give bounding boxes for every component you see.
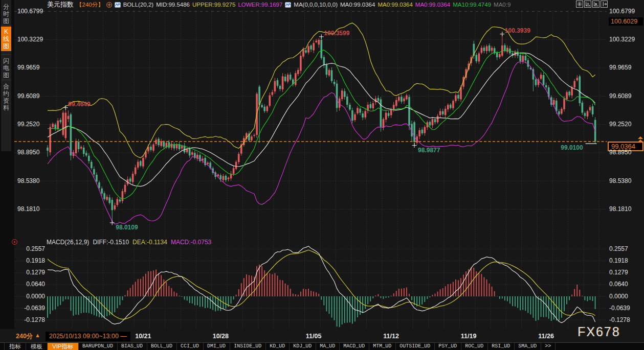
- macd-axis-label-left: -0.1278: [10, 317, 45, 323]
- session-high-price-box: 100.6029: [609, 17, 643, 26]
- last-low-annotation: 99.0100: [544, 145, 583, 151]
- main-axis-label-left: 99.2520: [17, 121, 39, 128]
- exit-chart-button[interactable]: [601, 1, 608, 8]
- ma0-value-1: MA0:99.0364: [340, 2, 375, 8]
- ma-label: MA(0,0,0,10,0,0): [294, 2, 338, 8]
- boll-mid-value: MID:99.5486: [156, 2, 190, 8]
- macd-macd-value: MACD:-0.0753: [171, 239, 211, 246]
- indicator-tab[interactable]: RSI_UD: [488, 343, 515, 350]
- indicator-tab[interactable]: DMI_UD: [204, 343, 230, 350]
- sidebar-tab-2[interactable]: K线图: [1, 27, 11, 51]
- date-label: 10/21: [135, 333, 151, 340]
- main-axis-label-right: 98.8950: [609, 149, 631, 156]
- chart-type-sidebar: 分时图K线图闪电图合约资料: [0, 0, 14, 329]
- macd-title: MACD(26,12,9): [47, 239, 89, 246]
- main-axis-label-right: 98.5380: [609, 178, 631, 184]
- indicator-tab[interactable]: VIP指标: [48, 343, 79, 350]
- ma0-value-4: MA0:9: [494, 2, 510, 8]
- macd-header: MACD(26,12,9) DIFF:-0.1510 DEA:-0.1134 M…: [47, 239, 211, 246]
- ma0-value-3: MA0:99.0364: [415, 2, 450, 8]
- indicator-tab[interactable]: INSIDE_UD: [230, 343, 266, 350]
- pan-tool-button[interactable]: [576, 1, 583, 8]
- boll-indicator-icon[interactable]: [115, 2, 121, 8]
- indicator-tab[interactable]: MTM_UD: [369, 343, 396, 350]
- main-axis-label-right: 99.2520: [609, 121, 631, 128]
- macd-axis-label-left: 0.1279: [10, 269, 45, 276]
- macd-diff-value: DIFF:-0.1510: [93, 239, 129, 246]
- macd-axis-label-left: 0.1918: [10, 258, 45, 264]
- macd-axis-label-left: 0.0000: [10, 293, 45, 300]
- scroll-up-arrows-icon[interactable]: [638, 136, 643, 143]
- macd-axis-label-left: -0.0639: [10, 305, 45, 312]
- macd-pane: [48, 246, 595, 328]
- macd-axis-label-left: 0.2557: [10, 246, 45, 252]
- indicator-tab[interactable]: ROC_UD: [461, 343, 488, 350]
- indicator-tab[interactable]: KD_UD: [266, 343, 290, 350]
- ma10-value: MA10:99.4749: [453, 2, 491, 8]
- indicator-tab[interactable]: KDJ_UD: [290, 343, 316, 350]
- first-bar-datetime-box: 2025/10/13 09:00~13:00 —: [46, 332, 130, 341]
- sidebar-tab-4[interactable]: 合约资料: [1, 81, 11, 113]
- indicator-tab[interactable]: 模板: [26, 343, 48, 350]
- indicator-header: 美元指数 【240分】 BOLL(20,2) MID:99.5486 UPPER…: [47, 1, 510, 9]
- indicator-tab[interactable]: OUTSIDE_UD: [396, 343, 435, 350]
- indicator-tab[interactable]: 指标: [4, 343, 26, 350]
- sidebar-tab-1[interactable]: 分时图: [1, 2, 11, 26]
- main-axis-label-left: 98.5380: [17, 178, 39, 184]
- indicator-tab[interactable]: CCI_UD: [177, 343, 204, 350]
- trading-app: 美元指数 【240分】 BOLL(20,2) MID:99.5486 UPPER…: [0, 0, 644, 350]
- extreme-marker-icon: [412, 143, 417, 148]
- sidebar-tab-3[interactable]: 闪电图: [1, 56, 11, 80]
- date-label: 10/28: [213, 333, 229, 340]
- time-axis-row: 240分 ▲ 2025/10/13 09:00~13:00 — 10/2110/…: [0, 329, 644, 342]
- indicator-tab[interactable]: PSY_UD: [435, 343, 461, 350]
- main-axis-label-left: 100.3229: [17, 36, 43, 43]
- macd-axis-label-right: 0.2557: [609, 246, 628, 252]
- kline-chart-canvas[interactable]: [0, 0, 644, 350]
- timeframe-label[interactable]: 240分: [16, 332, 33, 341]
- main-axis-label-left: 99.9659: [17, 64, 39, 71]
- symbol-title: 美元指数: [47, 0, 74, 9]
- extreme-marker-icon: [500, 32, 504, 36]
- indicator-tab[interactable]: MA_UD: [316, 343, 340, 350]
- timeframe-up-arrow-icon[interactable]: ▲: [35, 332, 40, 338]
- macd-axis-label-right: -0.1278: [609, 317, 630, 323]
- main-axis-label-right: 100.6799: [609, 8, 635, 15]
- boll-lower-value: LOWER:99.1697: [238, 2, 282, 8]
- main-axis-label-right: 100.3229: [609, 36, 635, 43]
- indicator-tab[interactable]: BIAS_UD: [118, 343, 147, 350]
- macd-dea-value: DEA:-0.1134: [132, 239, 167, 246]
- high-annotation: 100.3599: [324, 30, 349, 36]
- candlestick-series: [47, 23, 596, 224]
- indicator-tab-bar: 指标模板VIP指标BARUPDN_UDBIAS_UDBOLL_UDCCI_UDD…: [0, 342, 644, 350]
- indicator-tab[interactable]: BOLL_UD: [147, 343, 177, 350]
- period-label: 【240分】: [76, 1, 104, 9]
- date-label: 11/19: [461, 333, 477, 340]
- low-annotation: 98.0109: [116, 224, 138, 230]
- extreme-marker-icon: [319, 34, 324, 39]
- main-axis-label-left: 100.6799: [17, 8, 43, 15]
- indicator-tab[interactable]: >>: [541, 343, 556, 350]
- zoom-out-axis-button[interactable]: [592, 1, 599, 8]
- macd-axis-label-left: 0.0640: [10, 281, 45, 288]
- indicator-tab[interactable]: MACD_UD: [340, 343, 369, 350]
- indicator-tab[interactable]: BARUPDN_UD: [79, 343, 118, 350]
- high-annotation: 100.3939: [505, 28, 530, 34]
- main-axis-label-left: 98.1810: [17, 206, 39, 213]
- zoom-in-axis-button[interactable]: [584, 1, 591, 8]
- extreme-marker-icon: [63, 105, 68, 110]
- main-axis-label-right: 98.1810: [609, 206, 631, 213]
- macd-axis-label-right: -0.0639: [609, 305, 630, 312]
- high-annotation: 99.4649: [68, 101, 90, 107]
- low-annotation: 98.9877: [418, 147, 440, 153]
- session-high-value: 100.6029: [611, 18, 637, 25]
- sidebar-divider: [1, 54, 11, 55]
- ma-indicator-icon[interactable]: [285, 2, 291, 8]
- macd-axis-label-right: 0.0640: [609, 281, 628, 288]
- macd-axis-label-right: 0.1918: [609, 258, 628, 264]
- macd-settings-icon[interactable]: [12, 239, 17, 245]
- ma0-value-2: MA0:99.0364: [377, 2, 412, 8]
- indicator-tab[interactable]: SMA_UD: [515, 343, 541, 350]
- add-indicator-icon[interactable]: [106, 2, 112, 8]
- main-axis-label-left: 99.6089: [17, 93, 39, 100]
